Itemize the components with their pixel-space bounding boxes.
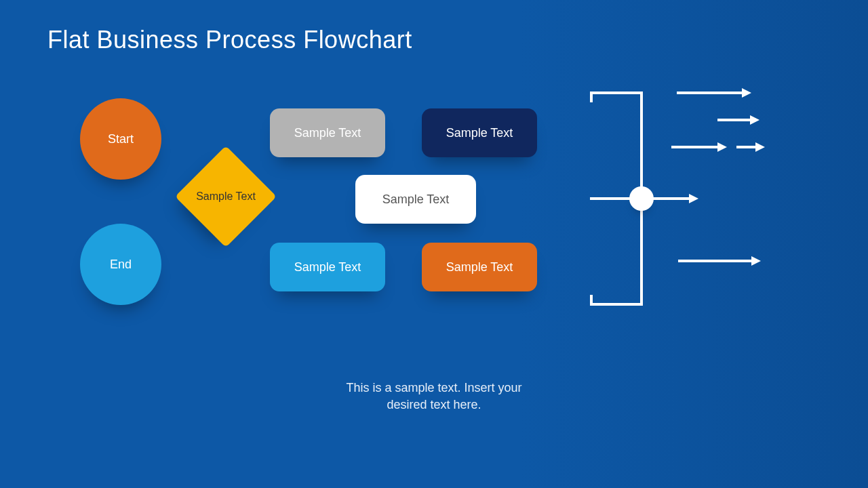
caption-line-1: This is a sample text. Insert your (346, 381, 521, 394)
decision-label: Sample Text (175, 146, 277, 247)
connector-bottom-left-v (590, 295, 593, 306)
end-label: End (110, 258, 132, 272)
end-terminator: End (80, 224, 161, 305)
connector-hub (629, 186, 654, 211)
arrowhead-low-right (751, 256, 761, 266)
slide: Flat Business Process Flowchart Start En… (0, 0, 868, 488)
slide-caption: This is a sample text. Insert your desir… (0, 380, 868, 413)
arrowhead-top-right (742, 88, 751, 98)
process-box-orange: Sample Text (422, 243, 537, 291)
caption-line-2: desired text here. (387, 398, 481, 411)
decision-shape: Sample Text (175, 146, 277, 247)
connector-bottom-left-h (590, 303, 643, 306)
start-terminator: Start (80, 98, 161, 180)
connector-mid-1 (671, 146, 719, 148)
connector-top-left-h (590, 92, 643, 94)
process-box-white: Sample Text (355, 175, 476, 224)
connector-top-right-h (677, 92, 743, 94)
process-box-blue-label: Sample Text (294, 260, 361, 274)
arrowhead-mid-1 (717, 142, 727, 152)
connector-short-1 (717, 119, 751, 121)
slide-title: Flat Business Process Flowchart (47, 26, 412, 54)
connector-top-right-join (677, 92, 679, 94)
process-box-navy: Sample Text (422, 108, 537, 157)
process-box-gray-label: Sample Text (294, 126, 361, 140)
start-label: Start (108, 132, 134, 146)
arrowhead-mid-2 (755, 142, 765, 152)
connector-hub-right (652, 197, 690, 200)
connector-top-left-v (590, 92, 593, 102)
process-box-orange-label: Sample Text (446, 260, 513, 274)
process-box-navy-label: Sample Text (446, 126, 513, 140)
process-box-white-label: Sample Text (382, 192, 450, 207)
process-box-blue: Sample Text (270, 243, 385, 291)
connector-mid-2 (736, 146, 757, 148)
arrowhead-hub-right (689, 194, 698, 203)
connector-hub-left (590, 197, 631, 200)
arrowhead-short-1 (750, 115, 760, 125)
connector-cluster (576, 92, 834, 336)
process-box-gray: Sample Text (270, 108, 385, 157)
connector-low-right (678, 260, 753, 262)
